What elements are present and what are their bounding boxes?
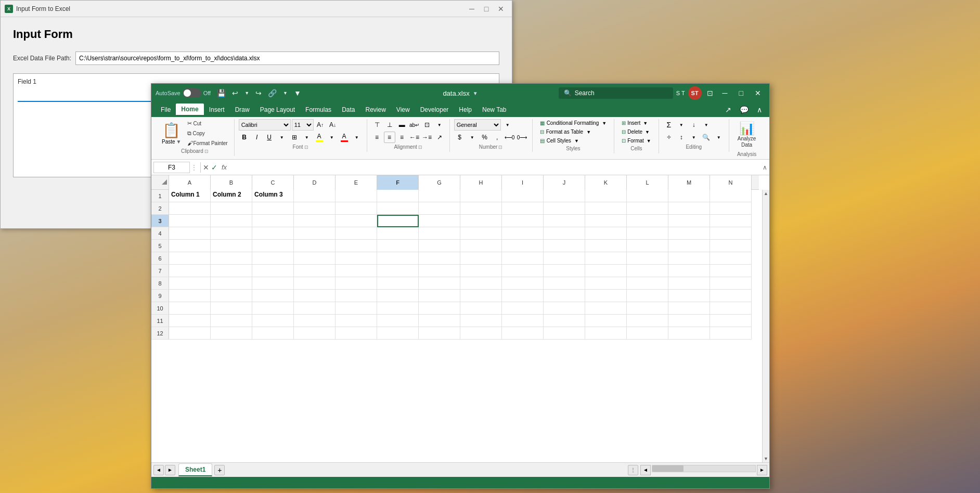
layout-btn[interactable]: ⊡ xyxy=(705,88,715,98)
cell-I3[interactable] xyxy=(502,215,544,227)
wrap-text-btn[interactable]: ab↵ xyxy=(409,119,420,131)
cell-H1[interactable] xyxy=(460,190,502,202)
cell-M12[interactable] xyxy=(668,327,710,340)
sheet-scroll-left[interactable]: ◄ xyxy=(153,465,164,475)
cell-C1[interactable]: Column 3 xyxy=(252,190,294,202)
cell-A3[interactable] xyxy=(169,215,211,227)
cell-L5[interactable] xyxy=(627,240,668,252)
cell-E2[interactable] xyxy=(336,202,377,215)
cell-G4[interactable] xyxy=(419,227,460,240)
h-scroll-right[interactable]: ► xyxy=(757,465,767,475)
row-num-10[interactable]: 10 xyxy=(151,302,169,315)
cell-J10[interactable] xyxy=(544,302,585,315)
cell-F1[interactable] xyxy=(377,190,419,202)
cell-N6[interactable] xyxy=(710,252,752,265)
cell-D9[interactable] xyxy=(294,290,336,302)
align-center-btn[interactable]: ≡ xyxy=(384,132,395,143)
cell-D2[interactable] xyxy=(294,202,336,215)
cell-G6[interactable] xyxy=(419,252,460,265)
cell-J1[interactable] xyxy=(544,190,585,202)
cell-C8[interactable] xyxy=(252,277,294,290)
cell-N10[interactable] xyxy=(710,302,752,315)
menu-help[interactable]: Help xyxy=(454,104,477,115)
menu-review[interactable]: Review xyxy=(360,104,391,115)
user-avatar[interactable]: ST xyxy=(688,86,702,100)
col-header-C[interactable]: C xyxy=(252,175,294,190)
share-btn[interactable]: ↗ xyxy=(722,103,734,116)
borders-dropdown[interactable]: ▼ xyxy=(301,132,313,143)
cell-A6[interactable] xyxy=(169,252,211,265)
fill-dropdown[interactable]: ▼ xyxy=(701,119,712,131)
cell-K6[interactable] xyxy=(585,252,627,265)
cell-B11[interactable] xyxy=(211,315,252,327)
cell-N2[interactable] xyxy=(710,202,752,215)
insert-cells-btn[interactable]: ⊞ Insert ▼ xyxy=(618,119,651,127)
formula-expand-btn[interactable]: ∧ xyxy=(763,164,767,171)
insert-dropdown[interactable]: ▼ xyxy=(643,121,648,126)
close-button[interactable]: ✕ xyxy=(494,4,508,14)
number-dropdown[interactable]: ▼ xyxy=(502,119,513,131)
cell-D5[interactable] xyxy=(294,240,336,252)
cell-B2[interactable] xyxy=(211,202,252,215)
cell-G8[interactable] xyxy=(419,277,460,290)
increase-decimal-btn[interactable]: 0⟶ xyxy=(517,132,528,143)
scroll-down-arrow[interactable]: ▼ xyxy=(763,455,770,462)
col-header-N[interactable]: N xyxy=(710,175,752,190)
cell-G1[interactable] xyxy=(419,190,460,202)
clear-btn[interactable]: ✧ xyxy=(663,132,675,143)
bold-btn[interactable]: B xyxy=(239,132,250,143)
format-dropdown[interactable]: ▼ xyxy=(647,138,651,144)
row-num-4[interactable]: 4 xyxy=(151,227,169,240)
row-num-3[interactable]: 3 xyxy=(151,215,169,227)
cell-ref-box[interactable] xyxy=(153,162,190,173)
cell-H8[interactable] xyxy=(460,277,502,290)
format-cells-btn[interactable]: ⊡ Format ▼ xyxy=(618,137,654,145)
formula-cancel-btn[interactable]: ✕ xyxy=(203,163,209,172)
cell-styles-dropdown[interactable]: ▼ xyxy=(574,138,579,144)
cell-F3[interactable] xyxy=(377,215,419,227)
find-dropdown[interactable]: ▼ xyxy=(713,132,725,143)
cell-C10[interactable] xyxy=(252,302,294,315)
number-expand[interactable]: ⊡ xyxy=(498,145,502,150)
cell-G9[interactable] xyxy=(419,290,460,302)
menu-insert[interactable]: Insert xyxy=(204,104,230,115)
cell-J11[interactable] xyxy=(544,315,585,327)
cell-A5[interactable] xyxy=(169,240,211,252)
format-table-dropdown[interactable]: ▼ xyxy=(586,129,591,135)
menu-page-layout[interactable]: Page Layout xyxy=(255,104,300,115)
h-scroll-left[interactable]: ◄ xyxy=(640,465,651,475)
orientation-btn[interactable]: ↗ xyxy=(434,132,445,143)
cell-E7[interactable] xyxy=(336,265,377,277)
underline-btn[interactable]: U xyxy=(264,132,275,143)
cell-J3[interactable] xyxy=(544,215,585,227)
cell-C4[interactable] xyxy=(252,227,294,240)
cell-M9[interactable] xyxy=(668,290,710,302)
cell-H2[interactable] xyxy=(460,202,502,215)
excel-minimize-btn[interactable]: ─ xyxy=(718,87,732,99)
cell-A1[interactable]: Column 1 xyxy=(169,190,211,202)
col-header-B[interactable]: B xyxy=(211,175,252,190)
cell-E1[interactable] xyxy=(336,190,377,202)
analyze-data-btn[interactable]: 📊 AnalyzeData xyxy=(733,119,760,150)
merge-dropdown[interactable]: ▼ xyxy=(434,119,445,131)
cell-H7[interactable] xyxy=(460,265,502,277)
menu-developer[interactable]: Developer xyxy=(415,104,454,115)
cell-L3[interactable] xyxy=(627,215,668,227)
h-scroll-track[interactable] xyxy=(652,465,756,472)
cell-H3[interactable] xyxy=(460,215,502,227)
alignment-expand[interactable]: ⊡ xyxy=(418,145,422,150)
cell-E6[interactable] xyxy=(336,252,377,265)
align-middle-btn[interactable]: ⊥ xyxy=(384,119,395,131)
h-scroll-thumb[interactable] xyxy=(652,465,684,472)
cell-I7[interactable] xyxy=(502,265,544,277)
align-left-btn[interactable]: ≡ xyxy=(371,132,383,143)
cell-H10[interactable] xyxy=(460,302,502,315)
cell-M5[interactable] xyxy=(668,240,710,252)
currency-btn[interactable]: $ xyxy=(454,132,466,143)
cell-L7[interactable] xyxy=(627,265,668,277)
cell-F8[interactable] xyxy=(377,277,419,290)
cell-N8[interactable] xyxy=(710,277,752,290)
cell-B3[interactable] xyxy=(211,215,252,227)
font-size-select[interactable]: 11 xyxy=(292,119,314,131)
cell-D4[interactable] xyxy=(294,227,336,240)
